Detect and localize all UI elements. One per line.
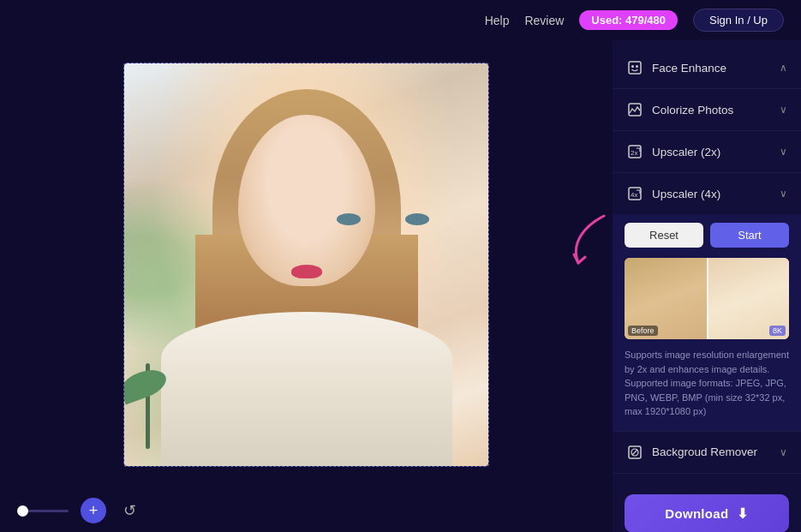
upscaler-4x-content: Reset Start Before 8K Supports image res	[613, 214, 801, 431]
eye-right	[405, 213, 429, 225]
upscaler-4x-label: Upscaler (4x)	[652, 188, 720, 200]
upscaler-2x-label: Upscaler (2x)	[652, 146, 720, 158]
start-button[interactable]: Start	[710, 223, 789, 248]
portrait-background	[124, 63, 488, 466]
usage-badge[interactable]: Used: 479/480	[579, 10, 678, 30]
lips-element	[291, 265, 322, 278]
upscaler-4x-icon: 4x	[626, 185, 643, 202]
svg-point-1	[631, 65, 634, 68]
refresh-button[interactable]: ↺	[118, 499, 140, 522]
upscaler-4x-buttons: Reset Start	[625, 223, 789, 248]
panel-face-enhance-header[interactable]: Face Enhance ∧	[613, 47, 801, 88]
colorize-photos-label: Colorize Photos	[652, 104, 733, 117]
reset-button[interactable]: Reset	[625, 223, 703, 248]
face-enhance-icon	[626, 59, 643, 76]
panel-upscaler-4x: 4x Upscaler (4x) ∨ Reset Start	[613, 173, 801, 432]
plant-element	[129, 320, 180, 449]
clothes-element	[161, 312, 452, 466]
download-icon: ⬇	[737, 505, 748, 522]
panel-upscaler-4x-header[interactable]: 4x Upscaler (4x) ∨	[613, 173, 801, 214]
upscaler-4x-description: Supports image resolution enlargement by…	[625, 348, 789, 419]
after-label: 8K	[769, 326, 786, 336]
download-row: Download ⬇	[613, 484, 801, 533]
svg-text:4x: 4x	[631, 191, 637, 199]
download-button[interactable]: Download ⬇	[625, 494, 789, 533]
panel-colorize-photos-header[interactable]: Colorize Photos ∨	[613, 89, 801, 130]
panel-background-remover: Backgroud Remover ∨	[613, 432, 801, 474]
upscaler-4x-chevron: ∨	[780, 188, 787, 200]
svg-line-10	[632, 450, 637, 455]
colorize-photos-icon	[626, 101, 643, 118]
background-remover-label: Backgroud Remover	[652, 445, 757, 458]
before-label: Before	[628, 326, 658, 336]
canvas-area	[0, 40, 613, 489]
help-link[interactable]: Help	[485, 14, 510, 27]
signin-button[interactable]: Sign In / Up	[693, 9, 784, 32]
panel-colorize-photos: Colorize Photos ∨	[613, 89, 801, 131]
face-enhance-chevron: ∧	[780, 62, 787, 74]
thumb-after: 8K	[707, 258, 789, 339]
thumb-divider	[707, 258, 708, 339]
main-area: + ↺ Face Enhance	[0, 40, 801, 532]
slider-thumb	[17, 505, 28, 517]
panel-background-remover-header[interactable]: Backgroud Remover ∨	[613, 432, 801, 473]
eye-left	[337, 213, 361, 225]
panel-face-enhance: Face Enhance ∧	[613, 47, 801, 89]
image-container	[123, 63, 489, 467]
topbar: Help Review Used: 479/480 Sign In / Up	[0, 0, 801, 40]
upscaler-2x-chevron: ∨	[780, 146, 787, 158]
review-link[interactable]: Review	[524, 14, 564, 27]
main-image	[124, 63, 488, 466]
thumb-before: Before	[625, 258, 707, 339]
panel-upscaler-2x-header[interactable]: 2x Upscaler (2x) ∨	[613, 131, 801, 172]
face-enhance-label: Face Enhance	[652, 62, 726, 75]
colorize-photos-chevron: ∨	[780, 104, 787, 116]
zoom-slider[interactable]	[17, 510, 69, 512]
bottom-toolbar: + ↺	[0, 489, 613, 532]
svg-text:2x: 2x	[631, 149, 637, 157]
svg-rect-0	[629, 62, 641, 74]
background-remover-icon	[626, 444, 643, 461]
arrow-annotation	[561, 207, 613, 279]
panel-upscaler-2x: 2x Upscaler (2x) ∨	[613, 131, 801, 173]
svg-point-2	[636, 65, 638, 68]
right-sidebar: Face Enhance ∧ Colorize Photos ∨	[613, 40, 801, 532]
background-remover-chevron: ∨	[780, 446, 787, 458]
add-button[interactable]: +	[81, 498, 106, 523]
upscaler-2x-icon: 2x	[626, 143, 643, 160]
preview-thumbnail: Before 8K	[625, 258, 789, 339]
download-label: Download	[665, 506, 728, 521]
